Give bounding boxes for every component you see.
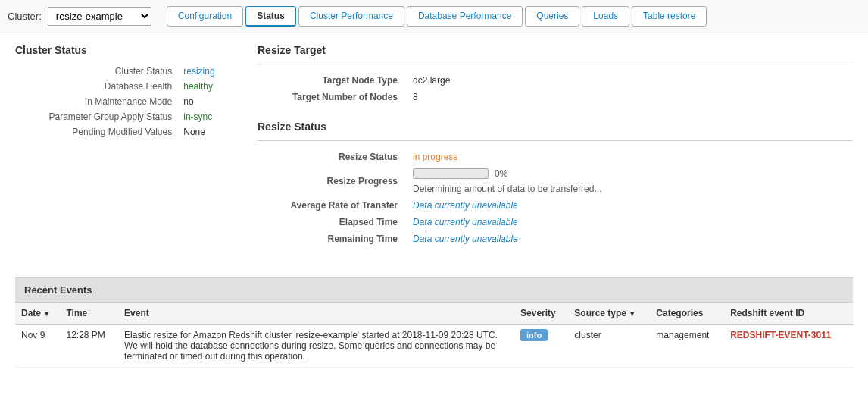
resize-status-table: Resize Status in progress Resize Progres… (258, 149, 853, 247)
resize-target-table: Target Node Type dc2.large Target Number… (258, 72, 853, 105)
tab-bar: Configuration Status Cluster Performance… (167, 6, 710, 27)
event-text: Elastic resize for Amazon Redshift clust… (118, 325, 514, 368)
cluster-label: Cluster: (8, 11, 42, 22)
main-content: Cluster Status Cluster Status resizing D… (0, 33, 868, 378)
event-time: 12:28 PM (61, 325, 119, 368)
event-id[interactable]: REDSHIFT-EVENT-3011 (724, 325, 853, 368)
cluster-status-table: Cluster Status resizing Database Health … (15, 64, 227, 140)
resize-target-title: Resize Target (258, 44, 853, 56)
tab-configuration[interactable]: Configuration (167, 6, 243, 27)
table-row: In Maintenance Mode no (15, 94, 227, 109)
cluster-status-title: Cluster Status (15, 44, 227, 56)
events-table-body: Nov 9 12:28 PM Elastic resize for Amazon… (15, 325, 853, 368)
table-row: Resize Progress 0% Determining amount of… (258, 165, 853, 197)
cluster-status-value: resizing (180, 64, 227, 79)
divider (258, 64, 853, 64)
resize-status-section: Resize Status Resize Status in progress … (258, 121, 853, 247)
table-row: Parameter Group Apply Status in-sync (15, 109, 227, 124)
database-health-label: Database Health (15, 79, 180, 94)
col-event: Event (118, 303, 514, 325)
resize-panel: Resize Target Target Node Type dc2.large… (258, 44, 853, 262)
table-row: Target Node Type dc2.large (258, 72, 853, 89)
target-nodes-value: 8 (409, 89, 853, 105)
remaining-time-value: Data currently unavailable (409, 230, 853, 247)
avg-rate-value: Data currently unavailable (409, 197, 853, 214)
table-row: Average Rate of Transfer Data currently … (258, 197, 853, 214)
progress-bar-container: 0% (413, 168, 507, 179)
content-area: Cluster Status Cluster Status resizing D… (15, 44, 853, 262)
sort-icon: ▾ (45, 309, 48, 318)
table-row: Target Number of Nodes 8 (258, 89, 853, 105)
maintenance-mode-value: no (180, 94, 227, 109)
tab-status[interactable]: Status (245, 6, 296, 27)
table-row: Elapsed Time Data currently unavailable (258, 214, 853, 230)
avg-rate-label: Average Rate of Transfer (258, 197, 409, 214)
table-row: Database Health healthy (15, 79, 227, 94)
resize-progress-label: Resize Progress (258, 165, 409, 197)
progress-bar-outer (413, 168, 489, 179)
sort-icon: ▾ (630, 309, 634, 318)
maintenance-mode-label: In Maintenance Mode (15, 94, 180, 109)
table-row: Cluster Status resizing (15, 64, 227, 79)
events-table-header: Date ▾ Time Event Severity Source type ▾… (15, 303, 853, 325)
col-severity: Severity (514, 303, 568, 325)
param-group-value: in-sync (180, 109, 227, 124)
pending-modified-label: Pending Modified Values (15, 124, 180, 140)
recent-events-section: Recent Events Date ▾ Time Event Severity… (15, 277, 853, 368)
events-table: Date ▾ Time Event Severity Source type ▾… (15, 303, 853, 368)
severity-badge: info (520, 329, 548, 341)
resize-target-section: Resize Target Target Node Type dc2.large… (258, 44, 853, 105)
table-row: Pending Modified Values None (15, 124, 227, 140)
target-node-type-value: dc2.large (409, 72, 853, 89)
elapsed-time-value: Data currently unavailable (409, 214, 853, 230)
col-source-type[interactable]: Source type ▾ (568, 303, 650, 325)
divider (258, 140, 853, 141)
recent-events-header: Recent Events (15, 277, 853, 303)
resize-status-value: in progress (409, 149, 853, 165)
cluster-select[interactable]: resize-example (48, 7, 151, 26)
elapsed-time-label: Elapsed Time (258, 214, 409, 230)
param-group-label: Parameter Group Apply Status (15, 109, 180, 124)
col-time: Time (61, 303, 119, 325)
determining-text: Determining amount of data to be transfe… (413, 183, 610, 194)
target-node-type-label: Target Node Type (258, 72, 409, 89)
header-row: Date ▾ Time Event Severity Source type ▾… (15, 303, 853, 325)
tab-cluster-performance[interactable]: Cluster Performance (298, 6, 404, 27)
event-date: Nov 9 (15, 325, 61, 368)
resize-status-label: Resize Status (258, 149, 409, 165)
tab-loads[interactable]: Loads (582, 6, 629, 27)
table-row: Nov 9 12:28 PM Elastic resize for Amazon… (15, 325, 853, 368)
col-date[interactable]: Date ▾ (15, 303, 61, 325)
tab-database-performance[interactable]: Database Performance (407, 6, 523, 27)
event-source-type: cluster (568, 325, 650, 368)
page-header: Cluster: resize-example Configuration St… (0, 0, 868, 33)
database-health-value: healthy (180, 79, 227, 94)
resize-status-title: Resize Status (258, 121, 853, 133)
table-row: Remaining Time Data currently unavailabl… (258, 230, 853, 247)
table-row: Resize Status in progress (258, 149, 853, 165)
event-id-link[interactable]: REDSHIFT-EVENT-3011 (730, 330, 831, 340)
event-severity: info (514, 325, 568, 368)
tab-queries[interactable]: Queries (525, 6, 579, 27)
remaining-time-label: Remaining Time (258, 230, 409, 247)
pending-modified-value: None (180, 124, 227, 140)
tab-table-restore[interactable]: Table restore (632, 6, 707, 27)
resize-progress-value: 0% Determining amount of data to be tran… (409, 165, 853, 197)
col-categories: Categories (650, 303, 724, 325)
target-nodes-label: Target Number of Nodes (258, 89, 409, 105)
col-event-id: Redshift event ID (724, 303, 853, 325)
cluster-status-panel: Cluster Status Cluster Status resizing D… (15, 44, 227, 262)
progress-percent: 0% (495, 168, 507, 179)
cluster-status-label: Cluster Status (15, 64, 180, 79)
event-categories: management (650, 325, 724, 368)
